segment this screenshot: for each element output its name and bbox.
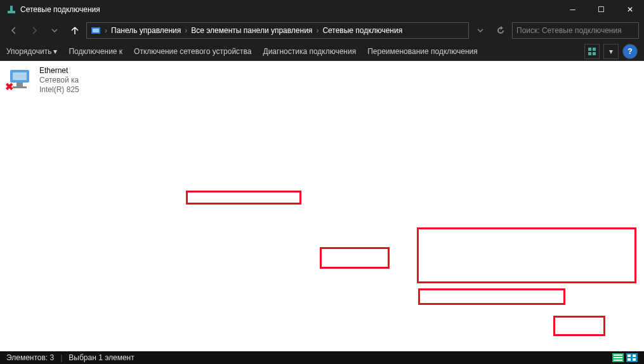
command-bar: Упорядочить ▾ Подключение к Отключение с… bbox=[0, 42, 644, 61]
view-dropdown[interactable]: ▾ bbox=[603, 44, 619, 59]
content-area: ✖ Ethernet Сетевой ка Intel(R) 825 bbox=[0, 61, 644, 351]
svg-rect-19 bbox=[628, 358, 631, 361]
rename-cmd[interactable]: Переименование подключения bbox=[367, 47, 478, 56]
breadcrumb-item[interactable]: Все элементы панели управления bbox=[191, 26, 312, 35]
breadcrumb-item[interactable]: Сетевые подключения bbox=[322, 26, 402, 35]
close-button[interactable]: ✕ bbox=[615, 0, 644, 19]
svg-rect-4 bbox=[588, 48, 591, 51]
main-titlebar: Сетевые подключения ─ ☐ ✕ bbox=[0, 0, 644, 19]
svg-rect-6 bbox=[588, 52, 591, 55]
minimize-button[interactable]: ─ bbox=[558, 0, 587, 19]
ethernet-connection[interactable]: ✖ Ethernet Сетевой ка Intel(R) 825 bbox=[5, 66, 164, 95]
svg-rect-5 bbox=[593, 48, 596, 51]
maximize-button[interactable]: ☐ bbox=[587, 0, 615, 19]
svg-rect-3 bbox=[93, 29, 99, 32]
details-view-icon[interactable] bbox=[612, 353, 624, 362]
organize-menu[interactable]: Упорядочить ▾ bbox=[6, 47, 57, 56]
svg-rect-0 bbox=[8, 11, 15, 13]
search-placeholder: Поиск: Сетевые подключения bbox=[516, 26, 622, 35]
selection-count: Выбран 1 элемент bbox=[69, 353, 134, 362]
window-title: Сетевые подключения bbox=[20, 5, 558, 14]
connect-cmd[interactable]: Подключение к bbox=[69, 47, 122, 56]
error-x-icon: ✖ bbox=[5, 81, 13, 93]
cp-icon bbox=[91, 25, 101, 36]
svg-rect-15 bbox=[614, 360, 622, 361]
back-button[interactable] bbox=[5, 22, 23, 39]
item-count: Элементов: 3 bbox=[6, 353, 54, 362]
connection-icon: ✖ bbox=[5, 66, 36, 93]
up-button[interactable] bbox=[66, 22, 84, 39]
network-icon bbox=[6, 4, 16, 15]
svg-rect-17 bbox=[628, 354, 631, 357]
icons-view-icon[interactable] bbox=[626, 353, 638, 362]
svg-rect-10 bbox=[16, 83, 23, 86]
svg-rect-11 bbox=[13, 86, 27, 88]
svg-rect-1 bbox=[10, 6, 13, 11]
view-button[interactable] bbox=[584, 44, 600, 59]
refresh-button[interactable] bbox=[492, 22, 509, 39]
connection-device: Intel(R) 825 bbox=[39, 85, 79, 95]
search-input[interactable]: Поиск: Сетевые подключения bbox=[512, 22, 639, 39]
chevron-down-icon: ▾ bbox=[53, 47, 57, 56]
disable-cmd[interactable]: Отключение сетевого устройства bbox=[134, 47, 251, 56]
address-bar[interactable]: › Панель управления › Все элементы панел… bbox=[86, 22, 469, 39]
recent-dropdown[interactable] bbox=[46, 22, 63, 39]
network-connections-window: Сетевые подключения ─ ☐ ✕ › Панель управ… bbox=[0, 0, 644, 351]
connection-name: Ethernet bbox=[39, 66, 79, 76]
svg-rect-9 bbox=[13, 72, 27, 80]
svg-rect-20 bbox=[633, 358, 636, 361]
status-bar: Элементов: 3 | Выбран 1 элемент bbox=[0, 351, 644, 364]
nav-bar: › Панель управления › Все элементы панел… bbox=[0, 19, 644, 42]
svg-rect-18 bbox=[633, 354, 636, 357]
forward-button[interactable] bbox=[25, 22, 43, 39]
svg-rect-7 bbox=[593, 52, 596, 55]
diagnose-cmd[interactable]: Диагностика подключения bbox=[263, 47, 357, 56]
connection-status: Сетевой ка bbox=[39, 76, 79, 85]
breadcrumb-sep-icon: › bbox=[105, 26, 107, 35]
help-button[interactable]: ? bbox=[622, 44, 638, 59]
svg-rect-13 bbox=[614, 354, 622, 356]
breadcrumb-item[interactable]: Панель управления bbox=[111, 26, 181, 35]
addr-dropdown[interactable] bbox=[471, 22, 489, 39]
svg-rect-14 bbox=[614, 357, 622, 358]
